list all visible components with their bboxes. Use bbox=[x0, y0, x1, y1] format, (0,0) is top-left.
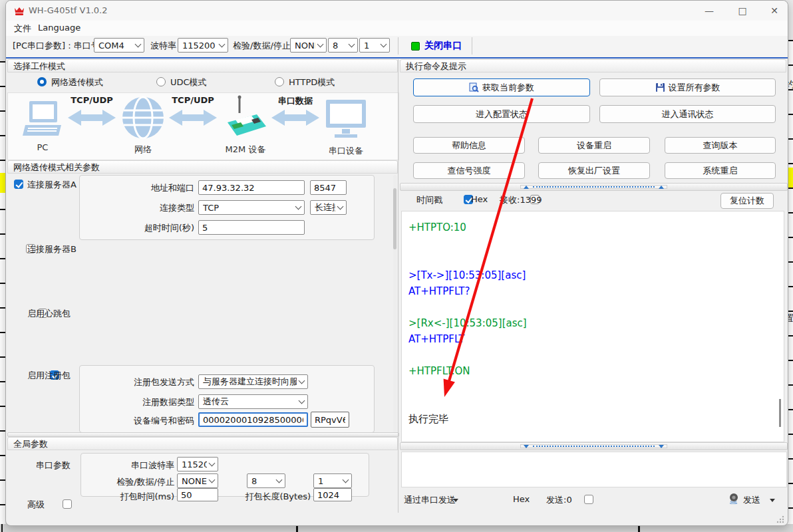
toolbar-rule bbox=[6, 57, 788, 59]
maximize-button[interactable]: □ bbox=[732, 3, 752, 18]
databits-select[interactable]: 8 bbox=[328, 38, 358, 53]
send-hex-label[interactable]: Hex bbox=[513, 494, 530, 504]
menu-file[interactable]: 文件 bbox=[14, 23, 31, 35]
stopbits-select[interactable]: 1 bbox=[359, 38, 390, 53]
serial-params-label: 串口参数 bbox=[36, 460, 71, 471]
titlebar[interactable]: WH-G405tf V1.0.2 — □ ✕ bbox=[6, 1, 788, 21]
reset-count-button[interactable]: 复位计数 bbox=[720, 193, 774, 209]
baud-select[interactable]: 115200 bbox=[178, 38, 228, 53]
regpack-label[interactable]: 启用注册包 bbox=[27, 370, 71, 382]
query-version-button[interactable]: 查询版本 bbox=[665, 137, 776, 154]
help-label: 帮助信息 bbox=[452, 140, 486, 152]
log-hex-label[interactable]: Hex bbox=[471, 194, 488, 204]
radio-net-transparent-label[interactable]: 网络透传模式 bbox=[51, 76, 103, 88]
radio-httpd-mode[interactable] bbox=[275, 77, 284, 86]
reg-send-mode-label: 注册包发送方式 bbox=[82, 376, 194, 388]
com-port-value: COM4 bbox=[98, 41, 124, 51]
advanced-label[interactable]: 高级 bbox=[27, 499, 45, 511]
parity-value: NONE bbox=[295, 41, 315, 51]
heartbeat-label[interactable]: 启用心跳包 bbox=[27, 308, 71, 320]
log-splitter-bottom[interactable] bbox=[400, 442, 788, 450]
log-line bbox=[408, 395, 784, 411]
advanced-checkbox[interactable] bbox=[63, 499, 72, 509]
send-caret-icon[interactable] bbox=[770, 499, 775, 502]
log-line: 执行完毕 bbox=[408, 411, 784, 427]
radio-udc-mode[interactable] bbox=[156, 77, 166, 86]
send-via-serial[interactable]: 通过串口发送 bbox=[404, 494, 456, 506]
g-databits-select[interactable]: 8 bbox=[247, 473, 285, 488]
radio-udc-label[interactable]: UDC模式 bbox=[170, 76, 207, 88]
conn-keep-select[interactable]: 长连接 bbox=[310, 200, 347, 215]
minimize-button[interactable]: — bbox=[699, 3, 719, 18]
log-scrollbar-thumb[interactable] bbox=[779, 399, 781, 427]
server-b-label[interactable]: 连接服务器B bbox=[27, 243, 77, 255]
enter-comm-button[interactable]: 进入通讯状态 bbox=[599, 105, 776, 123]
link3-label: 串口数据 bbox=[270, 95, 321, 107]
system-reboot-button[interactable]: 系统重启 bbox=[665, 162, 776, 179]
timestamp-label[interactable]: 时间戳 bbox=[416, 194, 442, 206]
pack-time-input[interactable] bbox=[177, 488, 218, 501]
left-scrollbar-thumb[interactable] bbox=[393, 188, 397, 249]
g-baud-select[interactable]: 115200 bbox=[177, 457, 218, 471]
log-line: AT+HTPFLT bbox=[408, 331, 784, 347]
left-scrollbar[interactable] bbox=[393, 175, 397, 433]
server-a-checkbox[interactable] bbox=[14, 180, 23, 189]
collapse-up-icon[interactable] bbox=[524, 186, 529, 189]
reg-data-type-select[interactable]: 透传云 bbox=[198, 394, 308, 409]
log-splitter-top[interactable] bbox=[400, 183, 788, 191]
g-parity-value: NONE bbox=[182, 476, 207, 486]
collapse-down-icon[interactable] bbox=[524, 445, 529, 448]
splitter-handle[interactable] bbox=[520, 185, 667, 189]
net-params-header: 网络透传模式相关参数 bbox=[7, 160, 398, 174]
signal-button[interactable]: 查信号强度 bbox=[413, 162, 525, 179]
log-line bbox=[408, 235, 784, 251]
get-params-button[interactable]: 获取当前参数 bbox=[413, 78, 590, 96]
splitter-handle[interactable] bbox=[520, 444, 667, 448]
g-parity-select[interactable]: NONE bbox=[177, 473, 218, 488]
collapse-down-icon[interactable] bbox=[659, 445, 664, 448]
baud-label: 波特率 bbox=[150, 40, 176, 52]
timeout-input[interactable] bbox=[198, 220, 305, 235]
collapse-up-icon[interactable] bbox=[659, 186, 664, 189]
send-via-caret-icon[interactable] bbox=[453, 499, 458, 502]
server-a-label[interactable]: 连接服务器A bbox=[27, 179, 77, 191]
menu-language[interactable]: Language bbox=[38, 23, 80, 33]
radio-httpd-label[interactable]: HTTPD模式 bbox=[289, 76, 335, 88]
stopbits-value: 1 bbox=[364, 41, 369, 51]
resize-grip-icon[interactable] bbox=[776, 515, 784, 523]
send-hex-checkbox[interactable] bbox=[584, 495, 593, 504]
network-globe-icon bbox=[121, 96, 165, 140]
left-splitter[interactable] bbox=[7, 432, 399, 437]
set-params-button[interactable]: 设置所有参数 bbox=[599, 78, 776, 96]
factory-reset-button[interactable]: 恢复出厂设置 bbox=[538, 162, 650, 179]
addr-input[interactable] bbox=[198, 180, 305, 195]
radio-net-transparent-mode[interactable] bbox=[37, 77, 47, 86]
chevron-down-icon bbox=[343, 477, 349, 483]
send-button[interactable]: 发送 bbox=[743, 494, 760, 506]
g-baud-label: 串口波特率 bbox=[92, 460, 174, 471]
conn-type-select[interactable]: TCP bbox=[198, 200, 305, 215]
send-textarea[interactable] bbox=[401, 452, 787, 487]
parity-select[interactable]: NONE bbox=[290, 38, 327, 53]
save-icon bbox=[655, 82, 665, 92]
chevron-down-icon bbox=[337, 203, 344, 210]
dev-pwd-input[interactable] bbox=[311, 412, 349, 428]
g-baud-value: 115200 bbox=[182, 460, 207, 469]
close-port-button[interactable]: 关闭串口 bbox=[424, 40, 462, 52]
enter-config-button[interactable]: 进入配置状态 bbox=[413, 105, 590, 123]
com-port-select[interactable]: COM4 bbox=[94, 38, 144, 53]
log-lines: +HTPTO:10 >[Tx->][10:53:05][asc]AT+HTPFL… bbox=[402, 211, 784, 427]
g-stopbits-select[interactable]: 1 bbox=[313, 473, 352, 488]
help-button[interactable]: 帮助信息 bbox=[413, 137, 525, 154]
command-panel-header: 执行命令及提示 bbox=[400, 59, 786, 72]
conn-type-value: TCP bbox=[203, 203, 219, 213]
close-button[interactable]: ✕ bbox=[764, 3, 784, 18]
panel-divider bbox=[398, 59, 398, 513]
port-input[interactable] bbox=[310, 180, 347, 195]
log-area[interactable]: +HTPTO:10 >[Tx->][10:53:05][asc]AT+HTPFL… bbox=[401, 211, 784, 442]
dev-id-input[interactable] bbox=[198, 412, 308, 427]
reboot-device-button[interactable]: 设备重启 bbox=[538, 137, 650, 154]
reg-send-mode-select[interactable]: 与服务器建立连接时向服务 bbox=[198, 374, 308, 389]
network-label: 网络 bbox=[121, 144, 165, 156]
pack-len-input[interactable] bbox=[313, 488, 352, 501]
